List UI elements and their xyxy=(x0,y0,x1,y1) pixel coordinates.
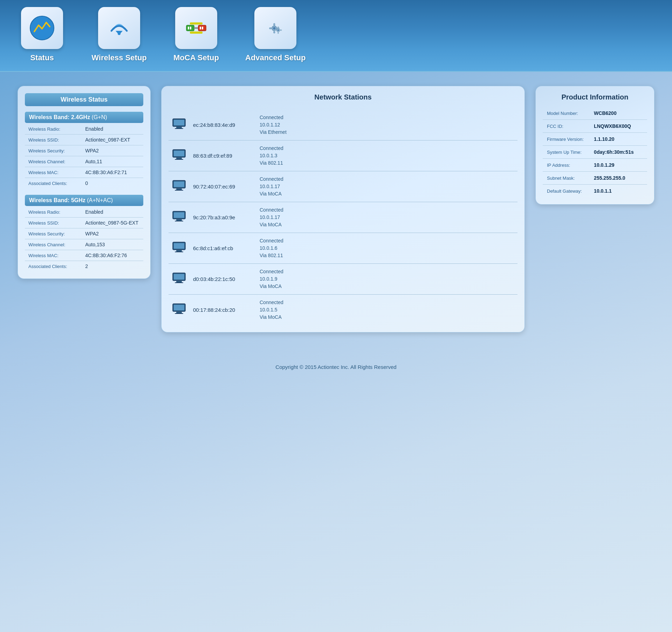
row-value: Enabled xyxy=(82,124,143,135)
svg-rect-50 xyxy=(176,312,182,313)
row-label: Firmware Version: xyxy=(543,133,590,146)
moca-setup-icon-box xyxy=(175,7,217,49)
row-value: WPA2 xyxy=(82,145,143,156)
svg-rect-47 xyxy=(175,282,183,283)
svg-rect-49 xyxy=(174,305,184,310)
footer: Copyright © 2015 Actiontec Inc. All Righ… xyxy=(0,353,672,380)
list-item: 9c:20:7b:a3:a0:9e Connected10.0.1.17Via … xyxy=(169,202,517,233)
nav-advanced-setup-label: Advanced Setup xyxy=(245,53,306,62)
svg-rect-8 xyxy=(200,27,201,29)
band-5-header: Wireless Band: 5GHz (A+N+AC) xyxy=(25,195,143,206)
row-value: 10.0.1.29 xyxy=(590,159,647,172)
band-5-table: Wireless Radio:EnabledWireless SSID:Acti… xyxy=(25,207,143,272)
station-mac: 6c:8d:c1:a6:ef:cb xyxy=(193,245,253,251)
row-label: IP Address: xyxy=(543,159,590,172)
row-label: Model Number: xyxy=(543,107,590,120)
row-value: LNQWXB6X00Q xyxy=(590,120,647,133)
row-value: Auto,153 xyxy=(82,239,143,250)
svg-rect-5 xyxy=(190,27,191,29)
table-row: IP Address:10.0.1.29 xyxy=(543,159,647,172)
svg-point-2 xyxy=(118,32,121,35)
nav-status[interactable]: Status xyxy=(14,7,70,62)
nav-advanced-setup[interactable]: Advanced Setup xyxy=(245,7,306,62)
nav-wireless-setup-label: Wireless Setup xyxy=(91,53,147,62)
band-24-table: Wireless Radio:EnabledWireless SSID:Acti… xyxy=(25,124,143,188)
row-value: Actiontec_0987-EXT xyxy=(82,135,143,145)
svg-rect-14 xyxy=(274,23,275,26)
svg-point-13 xyxy=(273,27,275,29)
row-label: Wireless MAC: xyxy=(25,167,82,178)
svg-rect-38 xyxy=(176,219,182,221)
row-value: 0day:6h:30m:51s xyxy=(590,146,647,159)
nav-wireless-setup[interactable]: Wireless Setup xyxy=(91,7,147,62)
svg-rect-22 xyxy=(275,30,276,31)
advanced-setup-icon xyxy=(263,15,288,41)
station-status: Connected10.0.1.3Via 802.11 xyxy=(260,145,283,167)
table-row: Wireless MAC:4C:8B:30:A6:F2:71 xyxy=(25,167,143,178)
table-row: System Up Time:0day:6h:30m:51s xyxy=(543,146,647,159)
table-row: Wireless Security:WPA2 xyxy=(25,228,143,239)
station-status: Connected10.0.1.17Via MoCA xyxy=(260,206,283,228)
station-status: Connected10.0.1.12Via Ethernet xyxy=(260,114,287,136)
svg-rect-15 xyxy=(274,31,275,33)
header-nav: Status Wireless Setup xyxy=(0,0,672,72)
row-value: 4C:8B:30:A6:F2:71 xyxy=(82,167,143,178)
table-row: Wireless SSID:Actiontec_0987-5G-EXT xyxy=(25,218,143,228)
stations-list: ec:24:b8:83:4e:d9 Connected10.0.1.12Via … xyxy=(169,110,517,325)
wireless-setup-icon-box xyxy=(98,7,140,49)
svg-rect-29 xyxy=(174,151,184,156)
row-label: Subnet Mask: xyxy=(543,172,590,185)
product-info-panel: Product Information Model Number:WCB6200… xyxy=(535,86,654,205)
row-value: WCB6200 xyxy=(590,107,647,120)
row-value: 0 xyxy=(82,178,143,189)
svg-rect-37 xyxy=(174,212,184,218)
computer-icon xyxy=(172,303,186,317)
row-value: 1.1.10.20 xyxy=(590,133,647,146)
station-mac: 88:63:df:c9:ef:89 xyxy=(193,153,253,159)
computer-icon xyxy=(172,210,186,225)
product-info-table: Model Number:WCB6200FCC ID:LNQWXB6X00QFi… xyxy=(543,107,647,197)
row-label: Associated Clients: xyxy=(25,178,82,189)
row-label: Wireless Security: xyxy=(25,228,82,239)
row-label: Wireless MAC: xyxy=(25,250,82,261)
row-value: Actiontec_0987-5G-EXT xyxy=(82,218,143,228)
computer-icon xyxy=(172,179,186,194)
svg-rect-46 xyxy=(176,281,182,282)
svg-rect-33 xyxy=(174,181,184,187)
row-label: Associated Clients: xyxy=(25,261,82,272)
svg-rect-51 xyxy=(175,313,183,314)
moca-setup-icon xyxy=(184,15,209,41)
station-mac: 90:72:40:07:ec:69 xyxy=(193,184,253,190)
station-mac: d0:03:4b:22:1c:50 xyxy=(193,276,253,282)
station-mac: ec:24:b8:83:4e:d9 xyxy=(193,122,253,128)
advanced-setup-icon-box xyxy=(254,7,296,49)
list-item: 6c:8d:c1:a6:ef:cb Connected10.0.1.6Via 8… xyxy=(169,233,517,264)
row-label: FCC ID: xyxy=(543,120,590,133)
svg-rect-39 xyxy=(175,221,183,221)
computer-icon xyxy=(172,149,186,163)
row-label: Wireless SSID: xyxy=(25,218,82,228)
svg-rect-45 xyxy=(174,274,184,280)
svg-rect-35 xyxy=(175,190,183,191)
table-row: Model Number:WCB6200 xyxy=(543,107,647,120)
svg-rect-11 xyxy=(190,32,203,34)
row-label: System Up Time: xyxy=(543,146,590,159)
svg-rect-16 xyxy=(269,28,272,29)
station-status: Connected10.0.1.6Via 802.11 xyxy=(260,237,283,259)
row-label: Wireless Radio: xyxy=(25,124,82,135)
wireless-status-panel: Wireless Status Wireless Band: 2.4GHz (G… xyxy=(18,86,151,279)
svg-rect-30 xyxy=(176,158,182,159)
nav-moca-setup[interactable]: MoCA Setup xyxy=(168,7,224,62)
svg-rect-34 xyxy=(176,188,182,190)
computer-icon xyxy=(172,241,186,256)
table-row: Wireless Radio:Enabled xyxy=(25,124,143,135)
table-row: Subnet Mask:255.255.255.0 xyxy=(543,172,647,185)
list-item: d0:03:4b:22:1c:50 Connected10.0.1.9Via M… xyxy=(169,264,517,295)
station-mac: 9c:20:7b:a3:a0:9e xyxy=(193,214,253,220)
row-value: 10.0.1.1 xyxy=(590,185,647,198)
row-label: Wireless Channel: xyxy=(25,156,82,167)
svg-rect-9 xyxy=(202,27,203,29)
row-value: Enabled xyxy=(82,207,143,218)
svg-rect-41 xyxy=(174,243,184,249)
footer-text: Copyright © 2015 Actiontec Inc. All Righ… xyxy=(275,364,396,370)
